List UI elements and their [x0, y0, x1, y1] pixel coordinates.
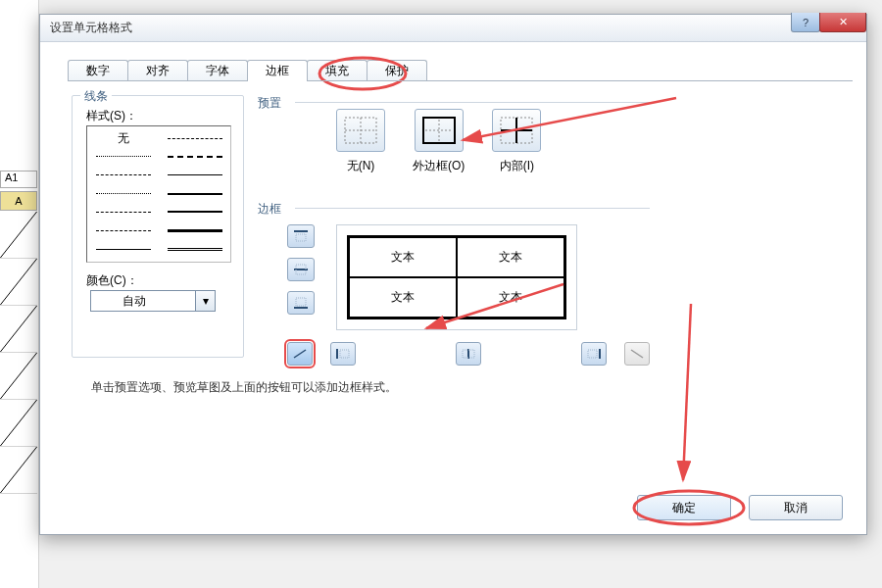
row-cell [0, 259, 37, 306]
border-right-button[interactable] [581, 342, 607, 366]
preset-group: 预置 无(N) 外边框(O) [258, 95, 650, 195]
preview-cell: 文本 [349, 237, 457, 277]
preset-outline-button[interactable] [415, 109, 464, 152]
style-label: 样式(S)： [86, 108, 137, 124]
row-cell [0, 400, 37, 447]
close-icon: ✕ [839, 16, 848, 28]
preset-outline-label: 外边框(O) [413, 158, 465, 174]
svg-line-1 [0, 259, 36, 305]
lines-group: 线条 样式(S)： 无 颜色(C)： 自动 ▾ [72, 95, 244, 358]
border-preview[interactable]: 文本 文本 文本 文本 [336, 224, 577, 330]
column-header-a[interactable]: A [0, 191, 37, 211]
preset-inside-button[interactable] [492, 109, 541, 152]
line-style-none[interactable]: 无 [91, 130, 155, 146]
row-cell [0, 353, 37, 400]
tab-content: 线条 样式(S)： 无 颜色(C)： 自动 ▾ [64, 85, 843, 479]
line-style-item[interactable] [163, 149, 226, 165]
svg-rect-23 [340, 350, 349, 358]
line-style-item[interactable] [91, 168, 155, 183]
tab-fill[interactable]: 填充 [307, 60, 368, 81]
row-cell [0, 212, 37, 259]
border-group: 边框 文本 文本 文本 文本 [258, 201, 650, 368]
svg-line-4 [0, 400, 36, 446]
name-box[interactable]: A1 [0, 171, 37, 188]
border-top-button[interactable] [287, 224, 315, 248]
line-style-item[interactable] [163, 222, 226, 238]
row-cell [0, 447, 37, 494]
svg-line-5 [0, 447, 36, 493]
line-style-item[interactable] [163, 204, 226, 220]
border-group-label: 边框 [258, 201, 281, 218]
line-style-item[interactable] [91, 149, 155, 165]
tab-font[interactable]: 字体 [187, 60, 248, 81]
line-style-item[interactable] [163, 186, 226, 202]
help-button[interactable]: ? [791, 13, 820, 32]
preset-outline-icon [421, 116, 457, 145]
row-cell [0, 306, 37, 353]
line-color-combo[interactable]: 自动 ▾ [90, 290, 216, 312]
line-style-item[interactable] [91, 241, 155, 257]
preview-cell: 文本 [457, 277, 564, 318]
dialog-title: 设置单元格格式 [50, 20, 132, 36]
svg-line-0 [0, 212, 36, 258]
close-button[interactable]: ✕ [819, 13, 866, 32]
svg-line-28 [631, 350, 643, 358]
border-vertical-button[interactable] [456, 342, 481, 366]
cancel-button[interactable]: 取消 [749, 495, 843, 520]
divider [295, 208, 650, 209]
preset-group-label: 预置 [258, 95, 281, 112]
titlebar[interactable]: 设置单元格格式 ? ✕ [40, 15, 866, 42]
tab-number[interactable]: 数字 [68, 60, 128, 81]
hint-text: 单击预置选项、预览草图及上面的按钮可以添加边框样式。 [91, 379, 397, 396]
preset-none-label: 无(N) [347, 158, 375, 174]
tab-alignment[interactable]: 对齐 [127, 60, 188, 81]
svg-line-3 [0, 353, 36, 399]
line-style-item[interactable] [163, 241, 226, 257]
line-style-item[interactable] [163, 168, 226, 183]
tab-protection[interactable]: 保护 [367, 60, 427, 81]
preset-none-button[interactable] [336, 109, 385, 152]
line-color-value: 自动 [122, 293, 146, 310]
border-diag-up-button[interactable] [287, 342, 313, 366]
border-horizontal-button[interactable] [287, 258, 315, 281]
lines-group-label: 线条 [80, 88, 112, 105]
color-label: 颜色(C)： [86, 272, 138, 289]
preview-cell: 文本 [349, 277, 457, 318]
border-diag-down-button[interactable] [624, 342, 650, 366]
svg-rect-20 [296, 298, 306, 306]
line-style-list[interactable]: 无 [86, 125, 231, 263]
preset-none-icon [343, 116, 378, 145]
border-bottom-button[interactable] [287, 291, 315, 315]
tabstrip: 数字 对齐 字体 边框 填充 保护 [68, 60, 866, 81]
svg-line-21 [294, 350, 306, 358]
preset-inside-label: 内部(I) [500, 158, 534, 174]
line-style-item[interactable] [163, 130, 226, 146]
line-style-item[interactable] [91, 222, 155, 238]
ok-button[interactable]: 确定 [637, 495, 731, 520]
divider [295, 102, 650, 103]
tab-border[interactable]: 边框 [247, 60, 308, 81]
dropdown-icon: ▾ [195, 291, 215, 311]
tab-underline [68, 80, 853, 81]
svg-rect-27 [588, 350, 597, 358]
svg-line-2 [0, 306, 36, 352]
help-icon: ? [803, 17, 808, 28]
line-style-item[interactable] [91, 186, 155, 202]
svg-rect-16 [296, 234, 306, 241]
preset-inside-icon [499, 116, 534, 145]
line-style-item[interactable] [91, 204, 155, 220]
preview-cell: 文本 [457, 237, 564, 277]
border-left-button[interactable] [330, 342, 356, 366]
format-cells-dialog: 设置单元格格式 ? ✕ 数字 对齐 字体 边框 填充 保护 线条 样式(S)： … [39, 14, 867, 535]
